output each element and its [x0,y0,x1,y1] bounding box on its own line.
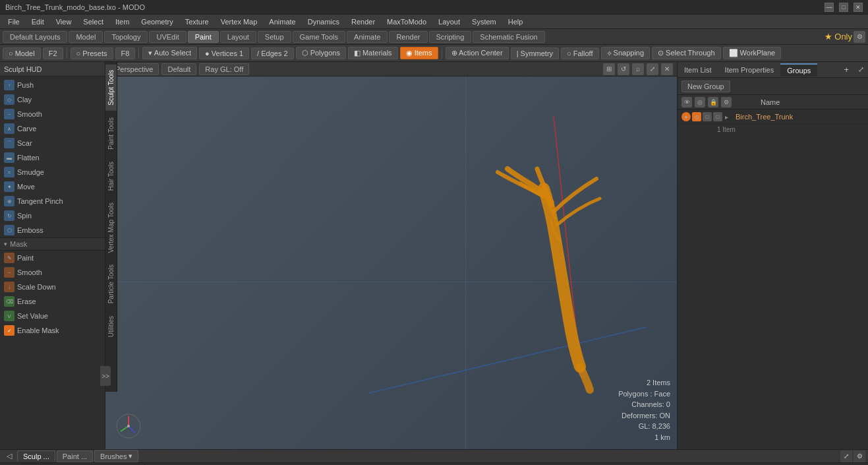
minimize-button[interactable]: — [825,3,834,12]
bottom-expand-button[interactable]: ⤢ [840,450,852,462]
ray-gl-button[interactable]: Ray GL: Off [199,63,249,75]
layout-tab-schematic-fusion[interactable]: Schematic Fusion [473,31,544,43]
menu-maxtomodo[interactable]: MaxToModo [382,16,432,27]
layout-tab-uvedit[interactable]: UVEdit [149,31,186,43]
tool-smooth[interactable]: ~ Smooth [0,107,105,121]
viewport-icon-4[interactable]: ⤢ [647,63,658,75]
items-btn[interactable]: ◉ Items [400,47,438,59]
menu-vertex-map[interactable]: Vertex Map [216,16,263,27]
viewport-icon-2[interactable]: ↺ [618,63,629,75]
tool-set-value[interactable]: V Set Value [0,309,105,323]
expand-panel-button[interactable]: ⤢ [854,63,868,76]
particle-tools-vtab[interactable]: Particle Tools [105,259,117,309]
layout-tab-paint[interactable]: Paint [188,31,219,43]
menu-dynamics[interactable]: Dynamics [303,16,345,27]
menu-file[interactable]: File [3,16,25,27]
menu-animate[interactable]: Animate [264,16,301,27]
hair-tools-vtab[interactable]: Hair Tools [105,156,117,196]
item-lock-btn[interactable]: □ [703,112,712,121]
layout-tab-topology[interactable]: Topology [104,31,148,43]
vertex-map-tools-vtab[interactable]: Vertex Map Tools [105,197,117,259]
menu-view[interactable]: View [51,16,77,27]
bottom-gear-button[interactable]: ⚙ [854,450,865,462]
paint-tab[interactable]: Paint ... [57,450,93,462]
layout-tab-game-tools[interactable]: Game Tools [293,31,346,43]
tool-erase[interactable]: ⌫ Erase [0,294,105,309]
tool-flatten[interactable]: ▬ Flatten [0,150,105,165]
tool-move[interactable]: ✦ Move [0,179,105,194]
layout-gear-button[interactable]: ⚙ [854,31,865,43]
menu-render[interactable]: Render [346,16,380,27]
lock-icon[interactable]: 🔒 [708,97,718,108]
menu-help[interactable]: Help [503,16,529,27]
panel-collapse-button[interactable]: >> [100,366,105,386]
tool-carve[interactable]: ∧ Carve [0,121,105,136]
layout-tab-render[interactable]: Render [389,31,427,43]
tool-emboss[interactable]: ⬡ Emboss [0,223,105,237]
f2-btn[interactable]: F2 [43,47,63,59]
new-group-button[interactable]: New Group [681,80,730,92]
brushes-tab[interactable]: Brushes ▾ [94,450,138,462]
sculp-tab[interactable]: Sculp ... [17,450,55,462]
presets-btn[interactable]: ○ Presets [71,47,113,59]
tool-smudge[interactable]: ≈ Smudge [0,165,105,179]
props-icon[interactable]: ⚙ [721,97,732,108]
layout-tab-animate[interactable]: Animate [347,31,388,43]
3d-canvas[interactable]: 2 Items Polygons : Face Channels: 0 Defo… [105,77,677,449]
menu-texture[interactable]: Texture [180,16,214,27]
viewport-icon-3[interactable]: ⌕ [632,63,644,75]
item-expand-arrow[interactable]: ▸ [725,113,734,121]
symmetry-btn[interactable]: | Symmetry [511,47,559,59]
layout-tab-scripting[interactable]: Scripting [429,31,472,43]
shading-button[interactable]: Default [161,63,196,75]
polygons-btn[interactable]: ⬡ Polygons [296,47,346,59]
materials-btn[interactable]: ◧ Materials [348,47,398,59]
tool-mask-smooth[interactable]: ~ Smooth [0,265,105,280]
viewport-icon-5[interactable]: ✕ [661,63,673,75]
paint-tools-vtab[interactable]: Paint Tools [105,112,117,155]
menu-edit[interactable]: Edit [26,16,49,27]
close-button[interactable]: ✕ [854,3,863,12]
tool-clay[interactable]: ◇ Clay [0,92,105,107]
menu-geometry[interactable]: Geometry [136,16,178,27]
vis-icon[interactable]: 👁 [681,97,692,108]
tool-tangent-pinch[interactable]: ⊕ Tangent Pinch [0,194,105,208]
item-list-tab[interactable]: Item List [678,64,718,76]
item-vis-btn[interactable]: ● [681,112,691,121]
f8-btn[interactable]: F8 [115,47,136,59]
falloff-btn[interactable]: ○ Falloff [561,47,598,59]
menu-item[interactable]: Item [110,16,134,27]
bottom-tab-back[interactable]: ◁ [3,450,16,462]
sculpt-tools-vtab[interactable]: Sculpt Tools [105,65,117,111]
edges-btn[interactable]: / Edges 2 [251,47,293,59]
auto-select-btn[interactable]: ▾ Auto Select [142,47,197,59]
add-panel-button[interactable]: + [838,63,854,77]
enable-mask-checkbox[interactable]: ✓ [4,325,14,336]
star-button[interactable]: ★ Only [825,32,852,42]
tool-paint[interactable]: ✎ Paint [0,251,105,265]
snapping-btn[interactable]: ⟡ Snapping [601,47,651,59]
sculpt-hud[interactable]: Sculpt HUD [0,62,105,77]
item-properties-tab[interactable]: Item Properties [718,64,781,76]
default-layouts-button[interactable]: Default Layouts [3,31,67,43]
item-prop-btn[interactable]: □ [713,112,722,121]
tool-spin[interactable]: ↻ Spin [0,208,105,223]
layout-tab-model[interactable]: Model [69,31,103,43]
layout-tab-layout[interactable]: Layout [220,31,256,43]
viewport-icon-1[interactable]: ⊞ [603,63,615,75]
tool-scale-down[interactable]: ↓ Scale Down [0,280,105,294]
item-render-btn[interactable]: ◎ [692,112,701,121]
select-through-btn[interactable]: ⊙ Select Through [652,47,720,59]
vertices-btn[interactable]: ● Vertices 1 [199,47,249,59]
render-icon[interactable]: ◎ [695,97,705,108]
model-mode-btn[interactable]: ○ Model [3,47,41,59]
menu-select[interactable]: Select [78,16,109,27]
tool-scar[interactable]: ⌒ Scar [0,136,105,150]
maximize-button[interactable]: □ [839,3,848,12]
menu-layout[interactable]: Layout [433,16,465,27]
tool-push[interactable]: ↑ Push [0,78,105,92]
utilities-vtab[interactable]: Utilities [105,311,117,342]
menu-system[interactable]: System [467,16,502,27]
action-center-btn[interactable]: ⊕ Action Center [446,47,509,59]
tool-enable-mask[interactable]: ✓ Enable Mask [0,323,105,338]
